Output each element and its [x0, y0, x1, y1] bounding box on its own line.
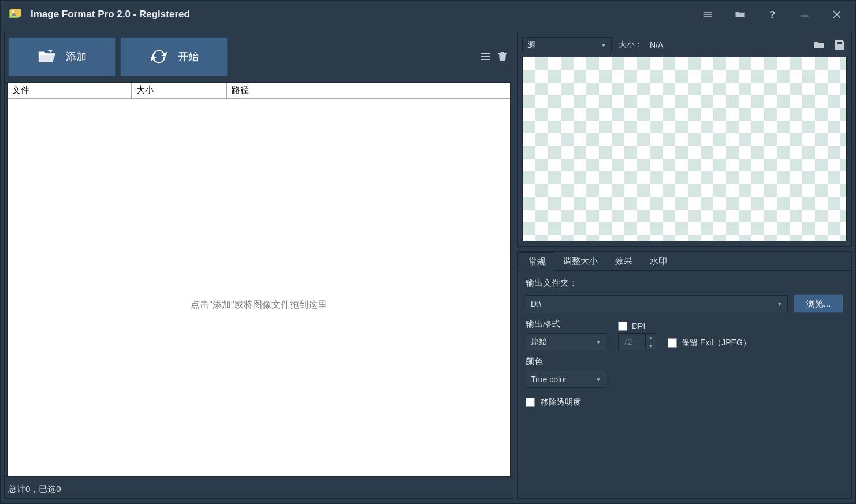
output-format-label: 输出格式 — [526, 319, 606, 330]
chevron-down-icon: ▼ — [601, 42, 606, 48]
right-column: 源 ▼ 大小： N/A 常规 — [517, 32, 852, 499]
file-list-header: 文件 大小 路径 — [8, 83, 510, 99]
settings-tabs: 常规 调整大小 效果 水印 — [518, 252, 851, 271]
dpi-checkbox[interactable] — [618, 322, 627, 331]
drop-hint: 点击"添加"或将图像文件拖到这里 — [8, 299, 510, 311]
col-size[interactable]: 大小 — [132, 83, 227, 98]
col-path[interactable]: 路径 — [227, 83, 510, 98]
output-folder-value: D:\ — [531, 299, 541, 308]
add-button-label: 添加 — [66, 50, 87, 64]
output-folder-select[interactable]: D:\ ▼ — [526, 295, 788, 312]
file-list[interactable]: 文件 大小 路径 点击"添加"或将图像文件拖到这里 — [7, 82, 511, 477]
preview-toolbar: 源 ▼ 大小： N/A — [522, 37, 847, 53]
preview-source-value: 源 — [527, 40, 535, 50]
chevron-down-icon: ▼ — [596, 339, 601, 345]
tab-effects[interactable]: 效果 — [606, 252, 641, 270]
open-folder-icon[interactable] — [812, 38, 826, 52]
minimize-icon[interactable] — [797, 6, 813, 23]
tab-body-general: 输出文件夹： D:\ ▼ 浏览... 输出格式 — [518, 271, 851, 415]
output-format-select[interactable]: 原始 ▼ — [526, 333, 606, 350]
spinner-down-icon[interactable]: ▼ — [646, 342, 656, 350]
close-icon[interactable] — [829, 6, 845, 23]
preview-size-value: N/A — [650, 40, 663, 50]
start-button[interactable]: 开始 — [120, 37, 228, 76]
output-format-value: 原始 — [531, 337, 547, 347]
preview-canvas — [522, 57, 847, 241]
preview-size-label: 大小： — [619, 40, 643, 50]
trash-icon[interactable] — [496, 50, 509, 64]
start-button-label: 开始 — [178, 50, 199, 64]
spinner-up-icon[interactable]: ▲ — [646, 334, 656, 342]
menu-icon[interactable] — [699, 6, 716, 23]
color-label: 颜色 — [526, 356, 843, 367]
title-controls: ? — [699, 6, 851, 23]
add-button[interactable]: 添加 — [8, 37, 116, 76]
svg-rect-4 — [801, 16, 808, 17]
help-icon[interactable]: ? — [764, 6, 780, 23]
folder-open-icon — [37, 47, 57, 66]
output-folder-label: 输出文件夹： — [526, 278, 843, 289]
browse-button[interactable]: 浏览... — [794, 294, 843, 313]
svg-text:?: ? — [769, 9, 775, 20]
dpi-label: DPI — [632, 322, 645, 331]
color-select[interactable]: True color ▼ — [526, 371, 606, 388]
keep-exif-checkbox[interactable] — [668, 338, 677, 348]
save-icon[interactable] — [833, 38, 847, 52]
col-file[interactable]: 文件 — [8, 83, 132, 98]
tab-resize[interactable]: 调整大小 — [554, 252, 606, 270]
status-bar: 总计0，已选0 — [7, 480, 511, 496]
chevron-down-icon: ▼ — [596, 376, 601, 383]
tab-general[interactable]: 常规 — [520, 252, 554, 271]
remove-transparency-label: 移除透明度 — [541, 397, 581, 408]
remove-transparency-checkbox[interactable] — [526, 398, 535, 407]
left-panel: 添加 开始 — [4, 32, 513, 499]
settings-panel: 常规 调整大小 效果 水印 输出文件夹： D:\ ▼ 浏览. — [517, 251, 852, 499]
main-toolbar: 添加 开始 — [7, 35, 511, 79]
color-value: True color — [531, 375, 567, 384]
keep-exif-label: 保留 Exif（JPEG） — [682, 338, 751, 348]
folder-icon[interactable] — [732, 6, 748, 23]
preview-panel: 源 ▼ 大小： N/A — [517, 32, 852, 247]
chevron-down-icon: ▼ — [777, 301, 783, 307]
refresh-icon — [149, 47, 169, 66]
dpi-spinner[interactable]: 72 ▲ ▼ — [618, 333, 656, 350]
app-window: Image Format Pro 2.0 - Registered ? — [0, 0, 856, 504]
dpi-value: 72 — [623, 337, 632, 346]
tab-watermark[interactable]: 水印 — [641, 252, 676, 270]
svg-point-2 — [12, 10, 14, 13]
toolbar-right — [478, 50, 509, 64]
list-options-icon[interactable] — [478, 50, 492, 64]
content-area: 添加 开始 — [1, 28, 855, 503]
window-title: Image Format Pro 2.0 - Registered — [31, 9, 699, 20]
preview-source-select[interactable]: 源 ▼ — [522, 37, 612, 53]
titlebar: Image Format Pro 2.0 - Registered ? — [1, 1, 855, 28]
app-logo-icon — [8, 8, 21, 21]
